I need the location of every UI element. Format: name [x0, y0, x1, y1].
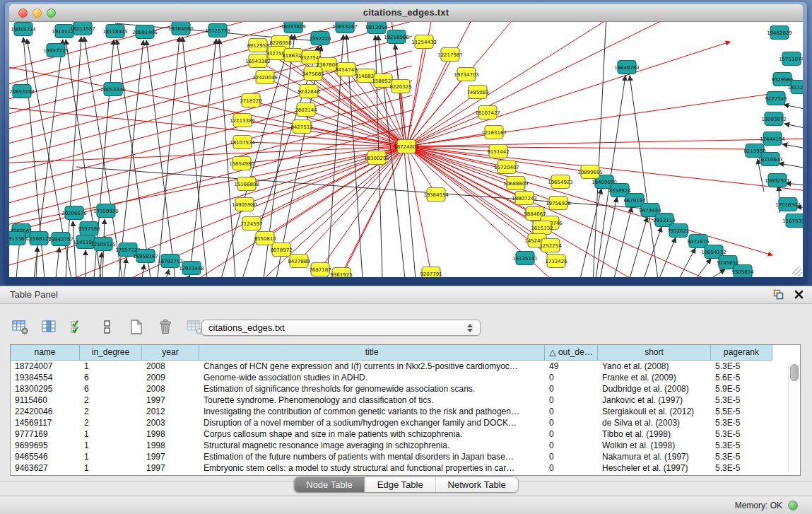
delete-trash-icon[interactable] — [155, 316, 176, 337]
table-cell[interactable]: Franke et al. (2009) — [598, 372, 711, 383]
column-header-year[interactable]: year — [142, 345, 199, 361]
table-cell[interactable]: 0 — [545, 462, 598, 474]
table-cell[interactable]: Tourette syndrome. Phenomenology and cla… — [199, 395, 545, 406]
table-cell[interactable]: 2012 — [142, 406, 199, 417]
network-table-select[interactable]: citations_edges.txt — [201, 320, 481, 336]
table-cell[interactable]: 0 — [545, 372, 598, 383]
table-row[interactable]: 969969511998Structural magnetic resonanc… — [11, 440, 800, 451]
table-cell[interactable]: 9115460 — [11, 395, 80, 406]
graph-node[interactable]: 7357224 — [309, 32, 331, 45]
new-document-icon[interactable] — [126, 316, 147, 337]
graph-edge-red[interactable] — [299, 146, 406, 261]
graph-node[interactable]: 22420046 — [252, 71, 278, 84]
table-cell[interactable]: 1 — [80, 361, 142, 372]
table-row[interactable]: 946554611997Estimation of the future num… — [11, 451, 800, 462]
graph-node[interactable]: 16958167 — [133, 250, 158, 263]
table-cell[interactable]: 2008 — [142, 383, 199, 395]
graph-node[interactable]: 8813054 — [365, 22, 388, 34]
table-cell[interactable]: de Silva et al. (2003) — [598, 417, 711, 428]
graph-node[interactable]: 1733426 — [545, 255, 567, 268]
graph-node[interactable]: 14905980 — [232, 198, 257, 211]
graph-edge-black[interactable] — [73, 221, 76, 277]
graph-node[interactable]: 15166808 — [234, 177, 259, 191]
table-cell[interactable]: 5.3E-5 — [711, 440, 772, 451]
graph-node[interactable]: 3913383 — [9, 232, 28, 245]
graph-node[interactable]: 9305814 — [731, 265, 754, 278]
table-cell[interactable]: 2008 — [142, 361, 199, 372]
graph-node[interactable]: 8427889 — [288, 255, 310, 268]
graph-node[interactable]: 9475685 — [302, 67, 324, 81]
table-cell[interactable]: 49 — [545, 361, 598, 372]
graph-node[interactable]: 12444154 — [760, 132, 785, 146]
graph-edge-red[interactable] — [406, 42, 424, 146]
table-cell[interactable]: Dudbridge et al. (2008) — [598, 383, 711, 395]
table-cell[interactable]: 14569117 — [11, 417, 80, 428]
graph-node[interactable]: 15654980 — [229, 157, 254, 170]
table-row[interactable]: 946362711997Embryonic stem cells: a mode… — [11, 462, 800, 474]
graph-node[interactable]: 19482829 — [767, 26, 792, 40]
table-cell[interactable]: Wolkin et al. (1998) — [598, 440, 711, 451]
graph-node[interactable]: 20053346 — [100, 83, 126, 96]
graph-node[interactable]: 8427512 — [290, 120, 312, 134]
table-cell[interactable]: 18300295 — [11, 383, 80, 395]
table-cell[interactable]: 1998 — [142, 428, 199, 440]
graph-node[interactable]: 18807243 — [512, 192, 537, 205]
graph-node[interactable]: 19055724 — [11, 23, 36, 36]
graph-node[interactable]: 19654923 — [548, 175, 573, 189]
graph-edge-black[interactable] — [189, 39, 216, 277]
graph-node[interactable]: 7485083 — [466, 86, 488, 99]
table-cell[interactable]: 6 — [80, 372, 142, 383]
table-cell[interactable]: 5.3E-5 — [711, 361, 772, 372]
table-cell[interactable]: 5.3E-5 — [711, 395, 772, 406]
table-cell[interactable]: 2003 — [142, 417, 199, 428]
graph-edge-black[interactable] — [166, 269, 169, 277]
graph-node[interactable]: 19357225 — [43, 44, 69, 57]
graph-node[interactable]: 9397588 — [78, 222, 100, 235]
table-cell[interactable]: 5.3E-5 — [711, 451, 772, 462]
table-cell[interactable]: 5.6E-5 — [711, 372, 772, 383]
graph-node[interactable]: 9361925 — [330, 268, 352, 278]
graph-node[interactable]: 10653287 — [332, 22, 358, 33]
close-panel-icon[interactable] — [793, 288, 805, 300]
table-cell[interactable]: 2009 — [142, 372, 199, 383]
graph-node[interactable]: 7687187 — [309, 263, 331, 276]
graph-edge-red[interactable] — [406, 112, 488, 146]
table-cell[interactable]: 0 — [545, 417, 598, 428]
table-cell[interactable]: Embryonic stem cells: a model to study s… — [199, 462, 545, 474]
network-graph[interactable]: 1905572419141120162115571811844520691406… — [9, 22, 803, 277]
table-cell[interactable]: 1997 — [142, 462, 199, 474]
graph-node[interactable]: 20206576 — [61, 206, 87, 220]
table-row[interactable]: 1938455462009Genome-wide association stu… — [11, 372, 800, 383]
graph-node[interactable]: 16543382 — [245, 54, 271, 68]
graph-edge-red[interactable] — [9, 146, 406, 163]
table-cell[interactable]: 1997 — [142, 451, 199, 462]
graph-edge-red[interactable] — [406, 146, 750, 149]
graph-node[interactable]: 16107427 — [475, 106, 500, 119]
tab-network-table[interactable]: Network Table — [436, 477, 518, 492]
show-columns-icon[interactable] — [39, 316, 60, 337]
graph-node[interactable]: 16211557 — [70, 22, 95, 35]
table-cell[interactable]: 22420046 — [11, 406, 80, 417]
graph-edge-red[interactable] — [281, 146, 406, 250]
tab-node-table[interactable]: Node Table — [294, 477, 365, 492]
table-cell[interactable]: 0 — [545, 383, 598, 395]
graph-node[interactable]: 18300295 — [364, 151, 389, 165]
graph-edge-black[interactable] — [784, 105, 803, 110]
table-cell[interactable]: Estimation of significance thresholds fo… — [199, 383, 545, 395]
graph-node[interactable]: 9151442 — [487, 145, 509, 158]
graph-node[interactable]: 19756928 — [546, 197, 571, 210]
graph-edge-black[interactable] — [782, 144, 803, 149]
graph-node[interactable]: 2718120 — [240, 94, 261, 107]
graph-node[interactable]: 8078972 — [270, 243, 292, 257]
rows-icon[interactable] — [97, 316, 118, 337]
table-cell[interactable]: 9777169 — [11, 428, 80, 440]
graph-node[interactable]: 17359928 — [93, 204, 119, 218]
graph-node[interactable]: 15692971 — [765, 174, 790, 187]
table-cell[interactable]: 2 — [80, 417, 142, 428]
graph-node[interactable]: 15751074 — [779, 52, 803, 66]
graph-node[interactable]: 12213389 — [230, 114, 255, 127]
table-cell[interactable]: 5.9E-5 — [711, 383, 772, 395]
graph-node[interactable]: 12093872 — [761, 112, 787, 126]
graph-node[interactable]: 11254439 — [411, 35, 437, 49]
table-cell[interactable]: Estimation of the future numbers of pati… — [199, 451, 545, 462]
